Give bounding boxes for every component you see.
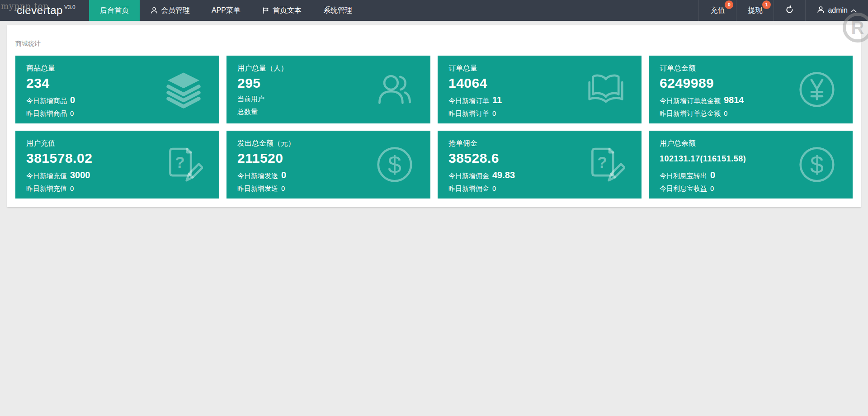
doc-question-pencil-icon: ?	[164, 145, 203, 184]
card-line-value: 0	[710, 170, 715, 180]
stats-panel: 商城统计 商品总量 234 今日新增商品0 昨日新增商品0 用户总量（人） 29…	[7, 25, 861, 207]
card-line-value: 0	[492, 109, 496, 117]
svg-text:$: $	[810, 151, 824, 178]
stat-card-orders[interactable]: 订单总量 14064 今日新增订单11 昨日新增订单0	[438, 56, 642, 123]
card-line-label: 今日新增佣金	[448, 172, 489, 180]
card-line-value: 0	[281, 184, 285, 192]
open-book-icon	[586, 70, 625, 109]
card-line-value: 9814	[724, 95, 744, 105]
stat-cards-grid: 商品总量 234 今日新增商品0 昨日新增商品0 用户总量（人） 295 当前用…	[15, 56, 853, 199]
card-line-label: 昨日新增商品	[26, 109, 67, 118]
card-line-value: 0	[70, 95, 75, 105]
card-line-value: 0	[281, 170, 286, 180]
svg-text:$: $	[388, 151, 401, 178]
card-line-label: 今日利息宝转出	[660, 172, 707, 180]
logo-text: clevertap	[17, 4, 63, 17]
user-menu[interactable]: admin	[805, 0, 868, 21]
layers-icon	[164, 70, 203, 109]
card-line-label: 今日新增订单	[448, 97, 489, 105]
card-line-label: 今日利息宝收益	[660, 184, 707, 193]
card-line-value: 3000	[70, 170, 90, 180]
stat-card-commission[interactable]: 抢单佣金 38528.6 今日新增佣金49.83 昨日新增佣金0 ?	[438, 131, 642, 199]
card-line-value: 0	[710, 184, 714, 192]
flag-icon	[262, 7, 269, 14]
card-line-label: 昨日新增充值	[26, 184, 67, 193]
stat-card-order-amount[interactable]: 订单总金额 6249989 今日新增订单总金额9814 昨日新增订单总金额0	[649, 56, 853, 123]
card-line-value: 0	[492, 184, 496, 192]
stat-card-balance[interactable]: 用户总余额 102131.17(116151.58) 今日利息宝转出0 今日利息…	[649, 131, 853, 199]
card-line-label: 昨日新增订单	[448, 109, 489, 118]
nav-item-label: 首页文本	[273, 6, 302, 15]
refresh-button[interactable]	[774, 0, 805, 21]
nav-item-label: APP菜单	[212, 6, 241, 15]
card-line-label: 今日新增发送	[237, 172, 278, 180]
card-line-value: 0	[70, 109, 74, 117]
withdraw-button[interactable]: 提现 1	[736, 0, 774, 21]
nav-item-app-menu[interactable]: APP菜单	[201, 0, 251, 21]
card-line-value: 0	[70, 184, 74, 192]
card-line-label: 当前用户	[237, 95, 264, 104]
logo[interactable]: clevertap V3.0	[0, 0, 89, 21]
top-navbar: clevertap V3.0 后台首页 会员管理 APP菜单	[0, 0, 868, 21]
withdraw-label: 提现	[748, 6, 762, 15]
stat-card-products[interactable]: 商品总量 234 今日新增商品0 昨日新增商品0	[15, 56, 219, 123]
recharge-button[interactable]: 充值 0	[698, 0, 736, 21]
card-line-label: 昨日新增订单总金额	[660, 109, 721, 118]
panel-title: 商城统计	[7, 25, 861, 48]
recharge-label: 充值	[710, 6, 725, 15]
nav-item-label: 系统管理	[323, 6, 352, 15]
card-line-label: 今日新增商品	[26, 97, 67, 105]
logo-version: V3.0	[64, 4, 75, 10]
nav-item-system[interactable]: 系统管理	[312, 0, 363, 21]
stat-card-sent-amount[interactable]: 发出总金额（元） 211520 今日新增发送0 昨日新增发送0 $	[226, 131, 430, 199]
navbar-right: 充值 0 提现 1 admin	[698, 0, 868, 21]
user-icon	[817, 6, 825, 15]
recharge-badge: 0	[725, 0, 733, 9]
card-line-value: 11	[492, 95, 502, 105]
username: admin	[828, 6, 848, 14]
card-line-label: 总数量	[237, 108, 258, 116]
dollar-circle-icon: $	[797, 145, 836, 184]
nav-item-home-text[interactable]: 首页文本	[251, 0, 312, 21]
stat-card-recharge[interactable]: 用户充值 381578.02 今日新增充值3000 昨日新增充值0 ?	[15, 131, 219, 199]
main-nav: 后台首页 会员管理 APP菜单 首页文本 系统管理	[89, 0, 363, 21]
doc-question-pencil-icon: ?	[586, 145, 625, 184]
card-line-label: 昨日新增佣金	[448, 184, 489, 193]
stat-card-users[interactable]: 用户总量（人） 295 当前用户 总数量	[226, 56, 430, 123]
user-icon	[151, 7, 158, 14]
card-line-label: 昨日新增发送	[237, 184, 278, 193]
svg-text:?: ?	[597, 153, 607, 171]
card-line-label: 今日新增充值	[26, 172, 67, 180]
nav-item-dashboard[interactable]: 后台首页	[89, 0, 140, 21]
nav-item-label: 会员管理	[161, 6, 190, 15]
card-line-label: 今日新增订单总金额	[660, 97, 721, 105]
dollar-circle-icon: $	[375, 145, 414, 184]
chevron-up-icon	[851, 6, 857, 14]
yen-circle-icon	[797, 70, 836, 109]
withdraw-badge: 1	[762, 0, 771, 9]
refresh-icon	[785, 5, 794, 16]
nav-item-members[interactable]: 会员管理	[140, 0, 201, 21]
card-line-value: 49.83	[492, 170, 515, 180]
svg-text:?: ?	[175, 153, 184, 171]
nav-item-label: 后台首页	[100, 6, 129, 15]
card-line-value: 0	[724, 109, 727, 117]
users-icon	[375, 70, 414, 109]
